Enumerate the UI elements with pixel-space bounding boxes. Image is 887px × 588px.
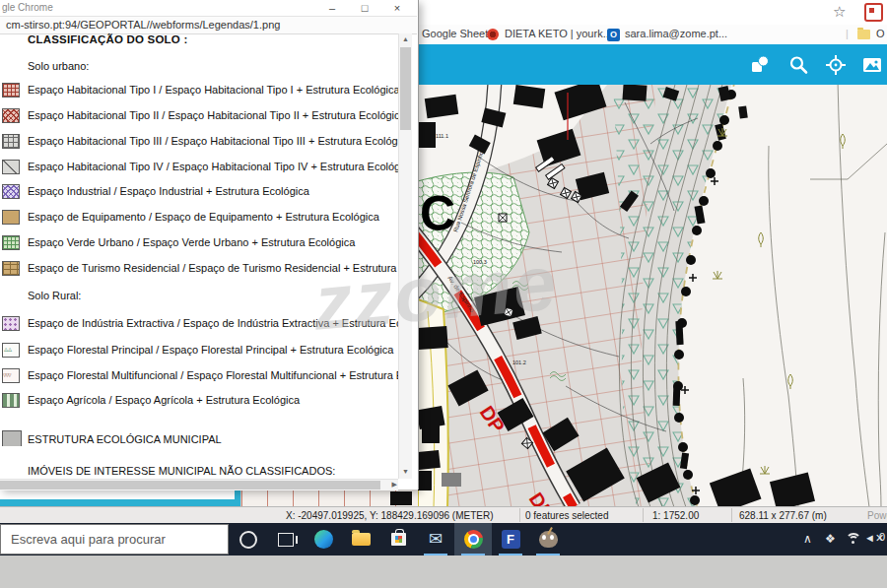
basemap-shapes-icon[interactable]	[749, 54, 771, 76]
legend-swatch-florestal-multifuncional	[2, 368, 20, 383]
cortana-button[interactable]	[230, 523, 267, 555]
vertical-scroll-thumb[interactable]	[400, 47, 411, 130]
legend-swatch-industria-extractiva	[2, 316, 20, 331]
map-frame-corner	[0, 490, 240, 506]
extension-icon[interactable]	[864, 3, 883, 22]
scroll-right-icon[interactable]: ▶	[392, 481, 397, 489]
edge-button[interactable]	[305, 523, 342, 555]
image-export-icon[interactable]	[861, 54, 883, 76]
statusbar-coordinates: X: -20497.019925, Y: 188429.169096 (METE…	[286, 510, 494, 521]
bookmark-favicon-red-icon	[487, 29, 499, 40]
map-elevation-label: 101.2	[512, 359, 526, 365]
bookmark-sara-lima[interactable]: sara.lima@zome.pt...	[625, 28, 727, 39]
map-building-fragment	[390, 491, 412, 505]
legend-item: ESTRUTURA ECOLÓGICA MUNICIPAL	[0, 429, 398, 446]
gis-statusbar: X: -20497.019925, Y: 188429.169096 (METE…	[0, 506, 887, 524]
legend-swatch-habitacional-1	[2, 83, 20, 98]
legend-swatch-equipamento	[2, 210, 20, 225]
bookmark-dieta-keto[interactable]: DIETA KETO | yourk...	[505, 28, 612, 39]
legend-swatch-florestal-principal	[2, 343, 20, 358]
mail-button[interactable]: ✉	[417, 523, 454, 555]
legend-title: CLASSIFICAÇÃO DO SOLO :	[28, 33, 187, 45]
map-elevation-label: 111.1	[436, 133, 448, 139]
legend-item: Espaço Habitacional Tipo II / Espaço Hab…	[0, 107, 398, 124]
map-viewport[interactable]: C 111.1 100.3 101.2 Rua Nossa Senhora de…	[418, 85, 887, 507]
gimp-button[interactable]	[529, 523, 567, 555]
task-view-icon	[278, 533, 294, 547]
file-explorer-icon	[352, 533, 371, 546]
map-strip-under-popup[interactable]	[241, 490, 418, 507]
bookmarks-folder-icon[interactable]	[857, 30, 870, 39]
gimp-icon	[539, 531, 558, 548]
legend-swatch-verde-urbano	[2, 235, 20, 250]
outlook-favicon-icon: O	[607, 29, 620, 41]
file-explorer-button[interactable]	[342, 523, 379, 555]
legend-item: Espaço Florestal Principal / Espaço Flor…	[0, 342, 398, 359]
legend-item: Espaço de Indústria Extractiva / Espaço …	[0, 315, 398, 332]
center-crosshair-icon[interactable]	[825, 54, 847, 76]
store-icon	[391, 533, 406, 546]
statusbar-features: 0 features selected	[525, 510, 609, 521]
taskbar-search-text: Escreva aqui para procurar	[11, 532, 166, 547]
statusbar-scale: 1: 1752.00	[652, 510, 699, 521]
f-app-button[interactable]: F	[492, 523, 529, 555]
edge-icon	[314, 530, 333, 549]
scroll-down-icon[interactable]: ▼	[399, 468, 412, 475]
wifi-icon[interactable]	[846, 533, 861, 546]
tray-chevron-icon[interactable]: ∧	[803, 532, 812, 546]
task-view-button[interactable]	[267, 523, 305, 555]
map-big-letter: C	[420, 186, 455, 241]
tray-clock[interactable]: 0	[879, 531, 887, 543]
statusbar-credit: Power	[867, 510, 887, 521]
f-app-icon: F	[502, 530, 520, 549]
legend-swatch-habitacional-4	[2, 160, 20, 174]
desktop-screenshot: ☆ Google Sheets DIETA KETO | yourk... O …	[0, 0, 887, 588]
bookmark-star-icon[interactable]: ☆	[833, 4, 846, 20]
cortana-icon	[239, 531, 257, 549]
desktop-area	[0, 555, 887, 588]
minimize-button[interactable]: –	[325, 1, 339, 15]
statusbar-divider	[643, 508, 644, 522]
chrome-icon	[464, 530, 483, 549]
maximize-button[interactable]: □	[358, 1, 372, 15]
legend-item: Espaço de Turismo Residencial / Espaço d…	[0, 260, 398, 277]
legend-item: Espaço Habitacional Tipo IV / Espaço Hab…	[0, 159, 398, 175]
scroll-up-icon[interactable]: ▲	[399, 35, 412, 42]
legend-item: Espaço Habitacional Tipo III / Espaço Ha…	[0, 133, 398, 150]
legend-swatch-estrutura-ecologica	[2, 430, 22, 446]
horizontal-scroll-thumb[interactable]	[0, 481, 380, 490]
close-button[interactable]: ×	[390, 1, 404, 15]
store-button[interactable]	[379, 523, 417, 555]
system-tray: ∧ ❖ ◄✕	[803, 523, 887, 555]
legend-item: Espaço Verde Urbano / Espaço Verde Urban…	[0, 234, 398, 251]
taskbar-search-input[interactable]: Escreva aqui para procurar	[0, 524, 229, 555]
bookmarks-overflow-label[interactable]: O	[876, 28, 885, 39]
legend-item: IMÓVEIS DE INTERESSE MUNICIPAL NÃO CLASS…	[0, 463, 398, 479]
legend-item: Espaço Agrícola / Espaço Agrícola + Estr…	[0, 392, 398, 409]
popup-title: gle Chrome	[2, 2, 53, 13]
legend-content: CLASSIFICAÇÃO DO SOLO : Solo urbano: Esp…	[0, 33, 398, 479]
vertical-scrollbar[interactable]: ▲ ▼	[398, 33, 412, 479]
map-elevation-label: 100.3	[473, 259, 487, 265]
legend-swatch-industrial	[2, 184, 20, 199]
chrome-button[interactable]	[454, 523, 492, 555]
legend-group-rural: Solo Rural:	[28, 290, 81, 301]
legend-item: Espaço Florestal Multifuncional / Espaço…	[0, 367, 398, 384]
legend-swatch-habitacional-3	[2, 134, 20, 149]
bookmark-google-sheets[interactable]: Google Sheets	[422, 28, 494, 39]
horizontal-scrollbar[interactable]: ▶	[0, 479, 398, 490]
statusbar-divider	[731, 508, 732, 522]
legend-item: Espaço Habitacional Tipo I / Espaço Habi…	[0, 82, 398, 98]
statusbar-divider	[519, 508, 520, 522]
statusbar-extent: 628.11 x 277.67 (m)	[739, 510, 827, 521]
popup-titlebar[interactable]: gle Chrome – □ ×	[0, 0, 418, 16]
legend-swatch-turismo	[2, 261, 20, 276]
popup-url-bar[interactable]: cm-stirso.pt:94/GEOPORTAL//webforms/Lege…	[0, 16, 417, 34]
legend-swatch-agricola	[2, 393, 20, 408]
legend-group-urban: Solo urbano:	[28, 60, 89, 72]
windows-taskbar: Escreva aqui para procurar ✉ F ∧ ❖ ◄✕ 0	[0, 523, 887, 555]
zoom-search-icon[interactable]	[787, 54, 809, 76]
bookmarks-divider: |	[846, 28, 849, 39]
dropbox-icon[interactable]: ❖	[825, 532, 836, 546]
popup-url-text: cm-stirso.pt:94/GEOPORTAL//webforms/Lege…	[6, 19, 280, 31]
